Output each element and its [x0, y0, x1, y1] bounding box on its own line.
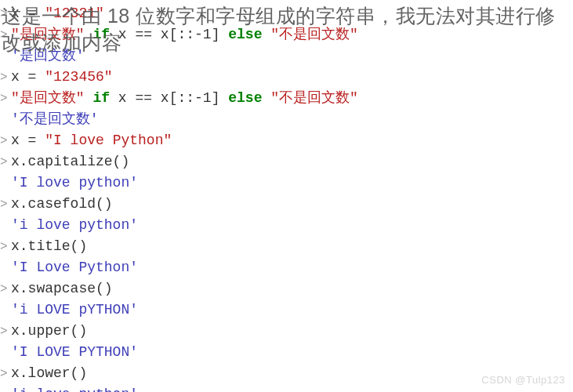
code-token: x.capitalize()	[11, 154, 129, 169]
line-content: 'I love python'	[11, 172, 138, 194]
code-token: x.upper()	[11, 323, 87, 339]
repl-output-line: 'I love python'	[0, 172, 358, 194]
prompt-icon: >	[0, 365, 11, 383]
prompt-icon	[0, 174, 11, 193]
line-content: 'I LOVE PYTHON'	[11, 342, 138, 363]
prompt-icon: >	[0, 68, 11, 87]
keyword-token: else	[228, 27, 262, 42]
repl-input-line: >x.lower()	[0, 363, 358, 384]
line-content: 'i LOVE pYTHON'	[11, 299, 138, 321]
string-token: "不是回文数"	[270, 27, 358, 42]
output-token: 'i love python'	[11, 217, 138, 233]
prompt-icon: >	[0, 89, 11, 108]
code-token	[262, 27, 270, 42]
prompt-icon: >	[0, 280, 11, 299]
prompt-icon	[0, 111, 11, 129]
repl-input-line: >"是回文数" if x == x[::-1] else "不是回文数"	[0, 24, 358, 45]
output-token: '是回文数'	[11, 48, 85, 64]
prompt-icon	[0, 47, 11, 66]
repl-input-line: >x.title()	[0, 236, 358, 257]
repl-output-line: 'i love python'	[0, 215, 358, 236]
prompt-icon: >	[0, 238, 11, 256]
repl-console: >x = "12321">"是回文数" if x == x[::-1] else…	[0, 0, 358, 392]
prompt-icon	[0, 259, 11, 278]
repl-output-line: '是回文数'	[0, 45, 358, 67]
prompt-icon: >	[0, 132, 11, 151]
prompt-icon: >	[0, 5, 11, 24]
keyword-token: if	[92, 90, 110, 106]
line-content: '是回文数'	[11, 45, 85, 67]
code-token: x == x[::-1]	[110, 90, 228, 106]
repl-input-line: >x.upper()	[0, 321, 358, 342]
repl-input-line: >x = "I love Python"	[0, 130, 358, 151]
repl-output-line: '不是回文数'	[0, 109, 358, 130]
repl-input-line: >x.swapcase()	[0, 278, 358, 299]
prompt-icon	[0, 216, 11, 235]
prompt-icon	[0, 386, 11, 392]
keyword-token: else	[228, 90, 262, 106]
repl-input-line: >x.capitalize()	[0, 151, 358, 172]
code-token: x =	[11, 5, 45, 21]
code-token: x.swapcase()	[11, 281, 113, 296]
line-content: '不是回文数'	[11, 109, 99, 130]
line-content: "是回文数" if x == x[::-1] else "不是回文数"	[11, 24, 358, 45]
code-token: x.casefold()	[11, 196, 113, 212]
repl-input-line: >x = "12321"	[0, 3, 358, 24]
line-content: x = "12321"	[11, 3, 104, 24]
string-token: "I love Python"	[45, 132, 172, 148]
output-token: 'I love python'	[11, 175, 138, 191]
code-token	[85, 27, 93, 42]
line-content: 'I Love Python'	[11, 257, 138, 278]
repl-output-line: 'I LOVE PYTHON'	[0, 342, 358, 363]
keyword-token: if	[92, 27, 110, 42]
repl-input-line: >x = "123456"	[0, 67, 358, 88]
line-content: x.lower()	[11, 363, 87, 384]
code-token: x.lower()	[11, 365, 87, 381]
line-content: x.capitalize()	[11, 151, 129, 172]
code-token: x =	[11, 132, 45, 148]
string-token: "是回文数"	[11, 27, 85, 42]
code-token: x.title()	[11, 238, 87, 254]
code-token: x =	[11, 69, 45, 85]
output-token: '不是回文数'	[11, 111, 99, 127]
output-token: 'i love python'	[11, 387, 138, 392]
watermark: CSDN @Tulp123	[481, 372, 565, 388]
prompt-icon: >	[0, 26, 11, 45]
string-token: "是回文数"	[11, 90, 85, 106]
line-content: x.swapcase()	[11, 278, 113, 299]
string-token: "不是回文数"	[270, 90, 358, 106]
repl-output-line: 'I Love Python'	[0, 257, 358, 278]
repl-output-line: 'i LOVE pYTHON'	[0, 299, 358, 321]
line-content: x = "I love Python"	[11, 130, 172, 151]
line-content: 'i love python'	[11, 384, 138, 392]
line-content: x.casefold()	[11, 194, 113, 215]
line-content: "是回文数" if x == x[::-1] else "不是回文数"	[11, 88, 358, 109]
line-content: x.title()	[11, 236, 87, 257]
prompt-icon: >	[0, 322, 11, 341]
code-token	[262, 90, 270, 106]
repl-output-line: 'i love python'	[0, 384, 358, 392]
prompt-icon	[0, 301, 11, 320]
line-content: 'i love python'	[11, 215, 138, 236]
prompt-icon: >	[0, 195, 11, 214]
string-token: "12321"	[45, 5, 104, 21]
code-token	[85, 90, 93, 106]
output-token: 'i LOVE pYTHON'	[11, 302, 138, 318]
line-content: x = "123456"	[11, 67, 113, 88]
repl-input-line: >x.casefold()	[0, 194, 358, 215]
prompt-icon	[0, 343, 11, 362]
repl-input-line: >"是回文数" if x == x[::-1] else "不是回文数"	[0, 88, 358, 109]
output-token: 'I Love Python'	[11, 260, 138, 275]
prompt-icon: >	[0, 153, 11, 172]
output-token: 'I LOVE PYTHON'	[11, 344, 138, 360]
code-token: x == x[::-1]	[110, 27, 228, 42]
string-token: "123456"	[45, 69, 112, 85]
line-content: x.upper()	[11, 321, 87, 342]
